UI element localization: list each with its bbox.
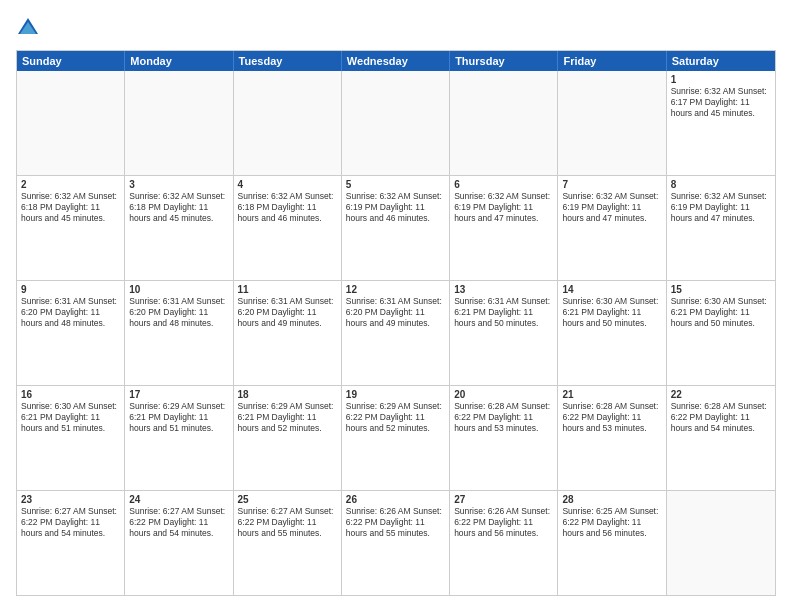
day-cell: 24Sunrise: 6:27 AM Sunset: 6:22 PM Dayli… xyxy=(125,491,233,595)
day-cell: 22Sunrise: 6:28 AM Sunset: 6:22 PM Dayli… xyxy=(667,386,775,490)
day-number: 2 xyxy=(21,179,120,190)
day-cell xyxy=(125,71,233,175)
day-cell: 23Sunrise: 6:27 AM Sunset: 6:22 PM Dayli… xyxy=(17,491,125,595)
day-number: 12 xyxy=(346,284,445,295)
day-cell xyxy=(450,71,558,175)
day-number: 11 xyxy=(238,284,337,295)
day-number: 17 xyxy=(129,389,228,400)
day-cell: 10Sunrise: 6:31 AM Sunset: 6:20 PM Dayli… xyxy=(125,281,233,385)
day-info: Sunrise: 6:27 AM Sunset: 6:22 PM Dayligh… xyxy=(129,506,228,539)
day-number: 25 xyxy=(238,494,337,505)
day-info: Sunrise: 6:32 AM Sunset: 6:18 PM Dayligh… xyxy=(21,191,120,224)
day-info: Sunrise: 6:31 AM Sunset: 6:20 PM Dayligh… xyxy=(21,296,120,329)
day-header-saturday: Saturday xyxy=(667,51,775,71)
day-number: 26 xyxy=(346,494,445,505)
day-number: 4 xyxy=(238,179,337,190)
day-number: 13 xyxy=(454,284,553,295)
day-cell xyxy=(17,71,125,175)
day-cell: 21Sunrise: 6:28 AM Sunset: 6:22 PM Dayli… xyxy=(558,386,666,490)
day-cell: 28Sunrise: 6:25 AM Sunset: 6:22 PM Dayli… xyxy=(558,491,666,595)
logo xyxy=(16,16,42,40)
calendar: SundayMondayTuesdayWednesdayThursdayFrid… xyxy=(16,50,776,596)
day-cell: 9Sunrise: 6:31 AM Sunset: 6:20 PM Daylig… xyxy=(17,281,125,385)
day-number: 3 xyxy=(129,179,228,190)
day-cell: 11Sunrise: 6:31 AM Sunset: 6:20 PM Dayli… xyxy=(234,281,342,385)
day-cell xyxy=(234,71,342,175)
day-cell: 2Sunrise: 6:32 AM Sunset: 6:18 PM Daylig… xyxy=(17,176,125,280)
day-info: Sunrise: 6:32 AM Sunset: 6:17 PM Dayligh… xyxy=(671,86,771,119)
day-info: Sunrise: 6:26 AM Sunset: 6:22 PM Dayligh… xyxy=(346,506,445,539)
day-cell: 5Sunrise: 6:32 AM Sunset: 6:19 PM Daylig… xyxy=(342,176,450,280)
week-row-2: 2Sunrise: 6:32 AM Sunset: 6:18 PM Daylig… xyxy=(17,176,775,281)
day-number: 18 xyxy=(238,389,337,400)
day-cell: 26Sunrise: 6:26 AM Sunset: 6:22 PM Dayli… xyxy=(342,491,450,595)
day-number: 27 xyxy=(454,494,553,505)
day-info: Sunrise: 6:32 AM Sunset: 6:19 PM Dayligh… xyxy=(562,191,661,224)
day-number: 6 xyxy=(454,179,553,190)
day-cell: 18Sunrise: 6:29 AM Sunset: 6:21 PM Dayli… xyxy=(234,386,342,490)
day-number: 23 xyxy=(21,494,120,505)
day-info: Sunrise: 6:32 AM Sunset: 6:19 PM Dayligh… xyxy=(671,191,771,224)
day-cell: 1Sunrise: 6:32 AM Sunset: 6:17 PM Daylig… xyxy=(667,71,775,175)
day-cell: 27Sunrise: 6:26 AM Sunset: 6:22 PM Dayli… xyxy=(450,491,558,595)
day-cell xyxy=(667,491,775,595)
day-number: 9 xyxy=(21,284,120,295)
day-info: Sunrise: 6:27 AM Sunset: 6:22 PM Dayligh… xyxy=(21,506,120,539)
day-info: Sunrise: 6:27 AM Sunset: 6:22 PM Dayligh… xyxy=(238,506,337,539)
day-header-tuesday: Tuesday xyxy=(234,51,342,71)
day-number: 28 xyxy=(562,494,661,505)
day-number: 22 xyxy=(671,389,771,400)
day-number: 10 xyxy=(129,284,228,295)
day-info: Sunrise: 6:32 AM Sunset: 6:18 PM Dayligh… xyxy=(238,191,337,224)
day-info: Sunrise: 6:28 AM Sunset: 6:22 PM Dayligh… xyxy=(671,401,771,434)
day-cell: 15Sunrise: 6:30 AM Sunset: 6:21 PM Dayli… xyxy=(667,281,775,385)
day-header-wednesday: Wednesday xyxy=(342,51,450,71)
day-info: Sunrise: 6:29 AM Sunset: 6:21 PM Dayligh… xyxy=(129,401,228,434)
day-info: Sunrise: 6:28 AM Sunset: 6:22 PM Dayligh… xyxy=(454,401,553,434)
day-cell: 25Sunrise: 6:27 AM Sunset: 6:22 PM Dayli… xyxy=(234,491,342,595)
day-header-thursday: Thursday xyxy=(450,51,558,71)
day-cell: 17Sunrise: 6:29 AM Sunset: 6:21 PM Dayli… xyxy=(125,386,233,490)
day-number: 15 xyxy=(671,284,771,295)
day-cell xyxy=(342,71,450,175)
day-cell: 8Sunrise: 6:32 AM Sunset: 6:19 PM Daylig… xyxy=(667,176,775,280)
day-info: Sunrise: 6:25 AM Sunset: 6:22 PM Dayligh… xyxy=(562,506,661,539)
day-info: Sunrise: 6:30 AM Sunset: 6:21 PM Dayligh… xyxy=(21,401,120,434)
day-number: 7 xyxy=(562,179,661,190)
day-cell: 7Sunrise: 6:32 AM Sunset: 6:19 PM Daylig… xyxy=(558,176,666,280)
day-cell: 16Sunrise: 6:30 AM Sunset: 6:21 PM Dayli… xyxy=(17,386,125,490)
day-headers: SundayMondayTuesdayWednesdayThursdayFrid… xyxy=(17,51,775,71)
day-info: Sunrise: 6:30 AM Sunset: 6:21 PM Dayligh… xyxy=(671,296,771,329)
day-number: 20 xyxy=(454,389,553,400)
day-number: 24 xyxy=(129,494,228,505)
day-cell: 13Sunrise: 6:31 AM Sunset: 6:21 PM Dayli… xyxy=(450,281,558,385)
day-info: Sunrise: 6:26 AM Sunset: 6:22 PM Dayligh… xyxy=(454,506,553,539)
day-info: Sunrise: 6:32 AM Sunset: 6:19 PM Dayligh… xyxy=(454,191,553,224)
day-header-sunday: Sunday xyxy=(17,51,125,71)
day-info: Sunrise: 6:28 AM Sunset: 6:22 PM Dayligh… xyxy=(562,401,661,434)
week-row-5: 23Sunrise: 6:27 AM Sunset: 6:22 PM Dayli… xyxy=(17,491,775,595)
day-number: 5 xyxy=(346,179,445,190)
day-cell xyxy=(558,71,666,175)
day-number: 8 xyxy=(671,179,771,190)
day-number: 14 xyxy=(562,284,661,295)
day-cell: 3Sunrise: 6:32 AM Sunset: 6:18 PM Daylig… xyxy=(125,176,233,280)
header xyxy=(16,16,776,40)
day-info: Sunrise: 6:31 AM Sunset: 6:20 PM Dayligh… xyxy=(346,296,445,329)
day-cell: 6Sunrise: 6:32 AM Sunset: 6:19 PM Daylig… xyxy=(450,176,558,280)
day-number: 1 xyxy=(671,74,771,85)
day-info: Sunrise: 6:32 AM Sunset: 6:19 PM Dayligh… xyxy=(346,191,445,224)
day-header-friday: Friday xyxy=(558,51,666,71)
day-info: Sunrise: 6:31 AM Sunset: 6:20 PM Dayligh… xyxy=(238,296,337,329)
day-info: Sunrise: 6:29 AM Sunset: 6:22 PM Dayligh… xyxy=(346,401,445,434)
day-cell: 12Sunrise: 6:31 AM Sunset: 6:20 PM Dayli… xyxy=(342,281,450,385)
week-row-4: 16Sunrise: 6:30 AM Sunset: 6:21 PM Dayli… xyxy=(17,386,775,491)
page: SundayMondayTuesdayWednesdayThursdayFrid… xyxy=(0,0,792,612)
day-cell: 4Sunrise: 6:32 AM Sunset: 6:18 PM Daylig… xyxy=(234,176,342,280)
day-number: 21 xyxy=(562,389,661,400)
day-info: Sunrise: 6:29 AM Sunset: 6:21 PM Dayligh… xyxy=(238,401,337,434)
day-info: Sunrise: 6:31 AM Sunset: 6:20 PM Dayligh… xyxy=(129,296,228,329)
day-cell: 20Sunrise: 6:28 AM Sunset: 6:22 PM Dayli… xyxy=(450,386,558,490)
day-number: 19 xyxy=(346,389,445,400)
week-row-1: 1Sunrise: 6:32 AM Sunset: 6:17 PM Daylig… xyxy=(17,71,775,176)
